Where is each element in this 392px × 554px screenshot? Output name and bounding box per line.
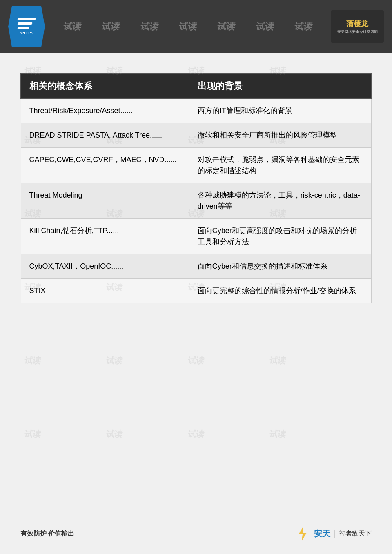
main-content: 试读 试读 试读 试读 试读 试读 试读 试读 试读 试读 试读 试读 试读 试… xyxy=(0,53,392,320)
row2-col1: DREAD,STRIDE,PASTA, Attack Tree...... xyxy=(21,123,189,148)
row5-col2: 面向Cyber和更高强度的攻击和对抗的场景的分析工具和分析方法 xyxy=(189,219,371,254)
row1-col1: Threat/Risk/Exposure/Asset...... xyxy=(21,98,189,123)
top-right-logo: 蒲棲龙 安天网络安全令讲堂四期 xyxy=(331,10,384,43)
logo-stripes xyxy=(18,18,36,29)
col1-header: 相关的概念体系 xyxy=(21,74,189,98)
concept-table: 相关的概念体系 出现的背景 Threat/Risk/Exposure/Asset… xyxy=(20,73,372,303)
bwm-17: 试读 xyxy=(24,355,42,366)
row6-col1: CybOX,TAXII，OpenIOC...... xyxy=(21,254,189,279)
header-watermark-7: 试读 xyxy=(293,20,313,33)
header-watermark-3: 试读 xyxy=(139,20,159,33)
logo-stripe-1 xyxy=(17,18,36,20)
table-row: CAPEC,CWE,CVE,CVRF，MAEC，NVD...... 对攻击模式，… xyxy=(21,148,371,183)
bwm-24: 试读 xyxy=(269,429,287,440)
logo-text: ANTIY. xyxy=(20,31,34,35)
row6-col2: 面向Cyber和信息交换的描述和标准体系 xyxy=(189,254,371,279)
header: ANTIY. 试读 试读 试读 试读 试读 试读 试读 蒲棲龙 安天网络安全令讲… xyxy=(0,0,392,53)
row3-col2: 对攻击模式，脆弱点，漏洞等各种基础的安全元素的标定和描述结构 xyxy=(189,148,371,183)
table-row: CybOX,TAXII，OpenIOC...... 面向Cyber和信息交换的描… xyxy=(21,254,371,279)
svg-marker-0 xyxy=(298,526,307,541)
footer: 有效防护 价值输出 安天 | 智者敌天下 xyxy=(20,525,372,542)
header-watermark-2: 试读 xyxy=(101,20,121,33)
header-watermark-1: 试读 xyxy=(62,20,82,33)
table-row: DREAD,STRIDE,PASTA, Attack Tree...... 微软… xyxy=(21,123,371,148)
lightning-icon xyxy=(294,525,311,542)
row7-col1: STIX xyxy=(21,279,189,303)
table-row: STIX 面向更完整的综合性的情报分析/作业/交换的体系 xyxy=(21,279,371,303)
logo: ANTIY. xyxy=(8,6,45,47)
header-watermark-5: 试读 xyxy=(216,20,236,33)
row4-col1: Threat Modeling xyxy=(21,183,189,219)
footer-logo: 安天 | 智者敌天下 xyxy=(294,525,372,542)
header-watermark-6: 试读 xyxy=(255,20,275,33)
logo-stripe-3 xyxy=(17,27,29,29)
row2-col2: 微软和相关安全厂商所推出的风险管理模型 xyxy=(189,123,371,148)
footer-slogan: 有效防护 价值输出 xyxy=(20,530,74,538)
bwm-22: 试读 xyxy=(105,429,124,440)
footer-brand-divider: | xyxy=(334,529,336,538)
footer-brand: 安天 xyxy=(314,528,330,539)
row4-col2: 各种威胁建模的方法论，工具，risk-centric，data-driven等等 xyxy=(189,183,371,219)
bwm-20: 试读 xyxy=(269,355,287,366)
header-watermark-4: 试读 xyxy=(178,20,198,33)
col2-header: 出现的背景 xyxy=(189,74,371,98)
row1-col2: 西方的IT管理和标准化的背景 xyxy=(189,98,371,123)
row5-col1: Kill Chain,钻石分析,TTP...... xyxy=(21,219,189,254)
logo-stripe-2 xyxy=(17,22,33,25)
top-right-sub: 安天网络安全令讲堂四期 xyxy=(337,29,378,35)
row7-col2: 面向更完整的综合性的情报分析/作业/交换的体系 xyxy=(189,279,371,303)
table-row: Threat/Risk/Exposure/Asset...... 西方的IT管理… xyxy=(21,98,371,123)
row3-col1: CAPEC,CWE,CVE,CVRF，MAEC，NVD...... xyxy=(21,148,189,183)
header-watermarks: 试读 试读 试读 试读 试读 试读 试读 xyxy=(45,20,331,33)
bwm-19: 试读 xyxy=(187,355,205,366)
bwm-18: 试读 xyxy=(105,355,124,366)
top-right-brand: 蒲棲龙 xyxy=(346,19,368,29)
table-row: Kill Chain,钻石分析,TTP...... 面向Cyber和更高强度的攻… xyxy=(21,219,371,254)
bwm-21: 试读 xyxy=(24,429,42,440)
table-row: Threat Modeling 各种威胁建模的方法论，工具，risk-centr… xyxy=(21,183,371,219)
footer-brand-suffix: 智者敌天下 xyxy=(339,530,372,538)
bwm-23: 试读 xyxy=(187,429,205,440)
